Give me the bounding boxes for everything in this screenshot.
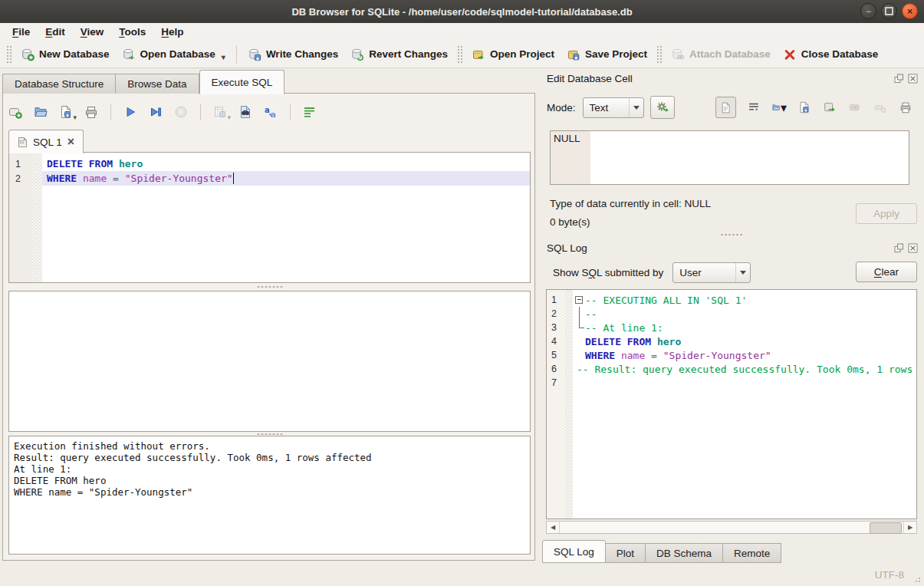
sql-log-dock-title: SQL Log bbox=[544, 242, 894, 254]
print-cell-button[interactable] bbox=[898, 100, 913, 115]
close-database-icon bbox=[783, 48, 797, 61]
revert-changes-button[interactable]: Revert Changes bbox=[344, 44, 454, 64]
revert-changes-icon bbox=[350, 48, 364, 61]
sql-source-combobox[interactable]: User bbox=[672, 262, 751, 283]
clear-log-button[interactable]: Clear bbox=[856, 262, 917, 282]
log-line: 2 -- bbox=[547, 307, 916, 321]
close-button[interactable]: × bbox=[902, 3, 918, 19]
tab-database-structure[interactable]: Database Structure bbox=[2, 74, 116, 94]
status-bar: UTF-8 bbox=[0, 564, 924, 586]
print-button[interactable] bbox=[84, 104, 99, 120]
save-project-button[interactable]: Save Project bbox=[561, 44, 653, 64]
minimize-button[interactable]: − bbox=[860, 3, 876, 19]
mode-combobox[interactable]: Text bbox=[583, 97, 644, 118]
text-cursor bbox=[233, 173, 235, 184]
execute-current-line-button[interactable] bbox=[148, 104, 163, 120]
maximize-button[interactable] bbox=[881, 3, 897, 19]
open-sql-file-button[interactable] bbox=[33, 104, 48, 120]
open-project-icon bbox=[472, 48, 485, 61]
app-window: DB Browser for SQLite - /home/user/code/… bbox=[0, 0, 924, 586]
dock-float-button[interactable] bbox=[894, 74, 904, 84]
titlebar[interactable]: DB Browser for SQLite - /home/user/code/… bbox=[0, 0, 924, 24]
apply-button: Apply bbox=[856, 203, 917, 224]
auto-format-button[interactable]: aa bbox=[263, 104, 278, 120]
sql-log-view[interactable]: 1 -- EXECUTING ALL IN 'SQL 1' 2 -- 3 -- … bbox=[546, 289, 917, 519]
close-database-button[interactable]: Close Database bbox=[777, 44, 885, 64]
menu-edit[interactable]: Edit bbox=[38, 25, 73, 39]
log-line: 3 -- At line 1: bbox=[547, 321, 916, 334]
tab-browse-data[interactable]: Browse Data bbox=[116, 74, 199, 94]
cell-value-editor[interactable]: NULL bbox=[550, 130, 909, 185]
menu-view[interactable]: View bbox=[73, 25, 112, 39]
execute-all-button[interactable] bbox=[123, 104, 138, 120]
left-panel: Database Structure Browse Data Execute S… bbox=[0, 68, 539, 564]
open-database-button[interactable]: Open Database ▾ bbox=[116, 44, 232, 64]
import-dropdown-icon[interactable]: ▾ bbox=[781, 100, 787, 115]
new-database-button[interactable]: New Database bbox=[15, 44, 116, 64]
save-sql-dropdown-icon[interactable]: ▾ bbox=[73, 114, 77, 121]
export-cell-data-button[interactable] bbox=[797, 100, 812, 115]
sql-1-tab[interactable]: SQL 1 × bbox=[8, 130, 84, 153]
open-database-icon bbox=[122, 48, 136, 61]
attach-database-button: Attach Database bbox=[665, 44, 777, 64]
main-toolbar: New Database Open Database ▾ Write Chang… bbox=[0, 41, 924, 68]
cell-size-info: 0 byte(s) bbox=[550, 216, 590, 228]
open-project-button[interactable]: Open Project bbox=[465, 44, 561, 64]
dock-tab-sql-log[interactable]: SQL Log bbox=[542, 540, 606, 563]
svg-text:a: a bbox=[265, 106, 270, 114]
menu-file[interactable]: File bbox=[5, 25, 38, 39]
resize-grip[interactable] bbox=[912, 574, 922, 584]
save-project-icon bbox=[567, 48, 580, 61]
combo-arrow-icon bbox=[740, 271, 746, 275]
dock-float-button[interactable] bbox=[894, 243, 904, 253]
execution-message-pane[interactable]: Execution finished without errors. Resul… bbox=[8, 436, 531, 555]
sql-editor[interactable]: 1 DELETE FROM hero 2 WHERE name = "Spide… bbox=[8, 152, 531, 283]
word-wrap-cell-button[interactable] bbox=[746, 100, 761, 115]
splitter-handle-dots bbox=[257, 285, 283, 288]
toolbar-grip[interactable] bbox=[656, 45, 662, 64]
scroll-left-icon[interactable]: ◀ bbox=[547, 522, 560, 533]
minimize-icon: − bbox=[866, 7, 871, 16]
scrollbar-thumb[interactable] bbox=[870, 522, 902, 534]
import-cell-data-button[interactable]: ▾ bbox=[771, 100, 787, 115]
toolbar-separator bbox=[236, 45, 237, 64]
sql-log-dock-titlebar: SQL Log bbox=[544, 240, 921, 256]
show-sql-label: Show SQL submitted by bbox=[553, 267, 663, 278]
close-sql-tab-icon[interactable]: × bbox=[67, 136, 74, 148]
results-grid[interactable] bbox=[8, 291, 531, 432]
menu-tools[interactable]: Tools bbox=[111, 25, 153, 39]
toolbar-grip[interactable] bbox=[6, 45, 12, 64]
text-mode-icon-button[interactable] bbox=[715, 97, 736, 118]
dock-close-button[interactable] bbox=[908, 243, 918, 253]
cell-value-text: NULL bbox=[554, 133, 580, 144]
menu-help[interactable]: Help bbox=[153, 25, 191, 39]
sql-toolbar-separator bbox=[200, 104, 201, 120]
find-button[interactable] bbox=[238, 104, 253, 120]
save-as-cell-button[interactable] bbox=[822, 100, 837, 115]
new-sql-tab-button[interactable] bbox=[8, 104, 23, 120]
dock-splitter[interactable] bbox=[539, 232, 924, 238]
right-panel: Edit Database Cell Mode: Text ▾ bbox=[539, 68, 924, 564]
log-horizontal-scrollbar[interactable]: ◀ ▶ bbox=[546, 521, 917, 534]
fold-collapse-icon[interactable] bbox=[575, 296, 583, 304]
scroll-right-icon[interactable]: ▶ bbox=[903, 522, 916, 533]
dock-close-button[interactable] bbox=[908, 74, 918, 84]
dock-tab-remote[interactable]: Remote bbox=[723, 543, 781, 563]
word-wrap-button[interactable] bbox=[302, 104, 317, 120]
dock-tab-plot[interactable]: Plot bbox=[606, 543, 646, 563]
log-line: 5 WHERE name = "Spider-Youngster" bbox=[547, 348, 916, 362]
auto-switch-mode-button[interactable] bbox=[650, 96, 675, 119]
editor-line-current: 2 WHERE name = "Spider-Youngster" bbox=[9, 171, 530, 186]
dock-tab-db-schema[interactable]: DB Schema bbox=[646, 543, 723, 563]
fold-line bbox=[579, 307, 580, 321]
open-database-dropdown-icon[interactable]: ▾ bbox=[222, 53, 225, 61]
menubar: File Edit View Tools Help bbox=[0, 23, 924, 41]
write-changes-icon bbox=[248, 48, 261, 61]
log-line: 6 -- Result: query executed successfully… bbox=[547, 362, 916, 376]
log-line: 7 bbox=[547, 376, 916, 390]
editor-results-splitter[interactable] bbox=[8, 283, 531, 290]
save-sql-file-button[interactable]: ▾ bbox=[58, 104, 74, 120]
toolbar-grip[interactable] bbox=[457, 45, 462, 64]
tab-execute-sql[interactable]: Execute SQL bbox=[199, 70, 285, 94]
write-changes-button[interactable]: Write Changes bbox=[242, 44, 344, 64]
